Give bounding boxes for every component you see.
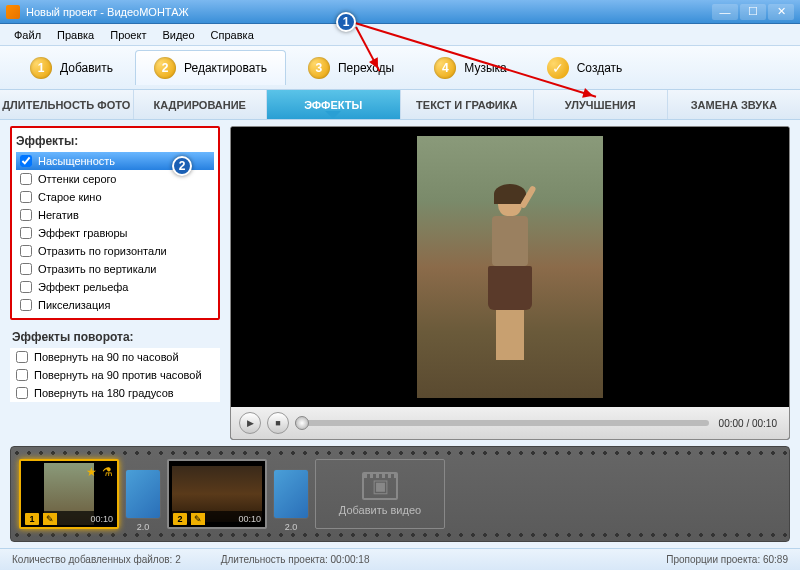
effect-saturation[interactable]: Насыщенность <box>16 152 214 170</box>
effect-negative[interactable]: Негатив <box>16 206 214 224</box>
status-files: Количество добавленных файлов: 2 <box>12 554 181 565</box>
effect-engraving[interactable]: Эффект гравюры <box>16 224 214 242</box>
subtabs-bar: ДЛИТЕЛЬНОСТЬ ФОТО КАДРИРОВАНИЕ ЭФФЕКТЫ Т… <box>0 90 800 120</box>
progress-knob[interactable] <box>295 416 309 430</box>
close-button[interactable]: ✕ <box>768 4 794 20</box>
effect-label: Оттенки серого <box>38 173 116 185</box>
step-1-label: Добавить <box>60 61 113 75</box>
effect-grayscale[interactable]: Оттенки серого <box>16 170 214 188</box>
rotate-90-cw[interactable]: Повернуть на 90 по часовой <box>10 348 220 366</box>
status-duration: Длительность проекта: 00:00:18 <box>221 554 370 565</box>
minimize-button[interactable]: — <box>712 4 738 20</box>
effect-label: Старое кино <box>38 191 102 203</box>
step-edit[interactable]: 2 Редактировать <box>135 50 286 85</box>
effect-checkbox[interactable] <box>20 173 32 185</box>
step-transitions[interactable]: 3 Переходы <box>290 51 412 85</box>
rotate-checkbox[interactable] <box>16 351 28 363</box>
effect-label: Отразить по вертикали <box>38 263 156 275</box>
effect-label: Пикселизация <box>38 299 110 311</box>
step-2-icon: 2 <box>154 57 176 79</box>
rotate-label: Повернуть на 180 градусов <box>34 387 174 399</box>
rotate-180[interactable]: Повернуть на 180 градусов <box>10 384 220 402</box>
effect-flip-v[interactable]: Отразить по вертикали <box>16 260 214 278</box>
window-title: Новый проект - ВидеоМОНТАЖ <box>26 6 189 18</box>
menu-file[interactable]: Файл <box>6 27 49 43</box>
clip-number: 2 <box>173 513 187 525</box>
effects-sidebar: Эффекты: Насыщенность Оттенки серого Ста… <box>10 126 220 440</box>
step-4-icon: 4 <box>434 57 456 79</box>
app-icon <box>6 5 20 19</box>
effect-label: Эффект рельефа <box>38 281 128 293</box>
step-5-label: Создать <box>577 61 623 75</box>
step-1-icon: 1 <box>30 57 52 79</box>
play-button[interactable]: ▶ <box>239 412 261 434</box>
effect-relief[interactable]: Эффект рельефа <box>16 278 214 296</box>
effects-list[interactable]: Насыщенность Оттенки серого Старое кино … <box>16 152 214 314</box>
preview-pane: ▶ ■ 00:00 / 00:10 <box>230 126 790 440</box>
timeline-wrap: ★ ⚗ 1 ✎ 00:10 2.0 2 ✎ 00:10 2.0 <box>0 440 800 548</box>
pencil-icon[interactable]: ✎ <box>43 513 57 525</box>
rotate-checkbox[interactable] <box>16 369 28 381</box>
flask-icon: ⚗ <box>102 465 113 479</box>
statusbar: Количество добавленных файлов: 2 Длитель… <box>0 548 800 570</box>
transition-2[interactable]: 2.0 <box>273 469 309 519</box>
pencil-icon[interactable]: ✎ <box>191 513 205 525</box>
clip-duration: 00:10 <box>238 514 261 524</box>
step-add[interactable]: 1 Добавить <box>12 51 131 85</box>
effect-label: Эффект гравюры <box>38 227 128 239</box>
effect-checkbox[interactable] <box>20 299 32 311</box>
effect-checkbox[interactable] <box>20 227 32 239</box>
effects-box: Эффекты: Насыщенность Оттенки серого Ста… <box>10 126 220 320</box>
effect-checkbox[interactable] <box>20 155 32 167</box>
effect-checkbox[interactable] <box>20 263 32 275</box>
timeline-clip-1[interactable]: ★ ⚗ 1 ✎ 00:10 <box>19 459 119 529</box>
add-video-label: Добавить видео <box>339 504 421 516</box>
effect-checkbox[interactable] <box>20 281 32 293</box>
subtab-crop[interactable]: КАДРИРОВАНИЕ <box>134 90 268 119</box>
step-2-label: Редактировать <box>184 61 267 75</box>
step-check-icon: ✓ <box>547 57 569 79</box>
menu-project[interactable]: Проект <box>102 27 154 43</box>
transition-1[interactable]: 2.0 <box>125 469 161 519</box>
step-music[interactable]: 4 Музыка <box>416 51 524 85</box>
effect-label: Насыщенность <box>38 155 115 167</box>
effect-checkbox[interactable] <box>20 245 32 257</box>
effect-checkbox[interactable] <box>20 209 32 221</box>
subtab-sound[interactable]: ЗАМЕНА ЗВУКА <box>668 90 801 119</box>
status-ratio: Пропорции проекта: 60:89 <box>666 554 788 565</box>
stop-button[interactable]: ■ <box>267 412 289 434</box>
timeline-clip-2[interactable]: 2 ✎ 00:10 <box>167 459 267 529</box>
subtab-text[interactable]: ТЕКСТ И ГРАФИКА <box>401 90 535 119</box>
add-video-button[interactable]: ▣ Добавить видео <box>315 459 445 529</box>
menu-help[interactable]: Справка <box>203 27 262 43</box>
rotate-list: Повернуть на 90 по часовой Повернуть на … <box>10 348 220 402</box>
menu-video[interactable]: Видео <box>154 27 202 43</box>
effect-flip-h[interactable]: Отразить по горизонтали <box>16 242 214 260</box>
time-display: 00:00 / 00:10 <box>715 418 781 429</box>
rotate-label: Повернуть на 90 по часовой <box>34 351 179 363</box>
film-icon: ▣ <box>362 472 398 500</box>
subtab-duration[interactable]: ДЛИТЕЛЬНОСТЬ ФОТО <box>0 90 134 119</box>
rotate-90-ccw[interactable]: Повернуть на 90 против часовой <box>10 366 220 384</box>
effect-label: Отразить по горизонтали <box>38 245 167 257</box>
transition-duration: 2.0 <box>274 522 308 532</box>
maximize-button[interactable]: ☐ <box>740 4 766 20</box>
star-icon: ★ <box>86 465 97 479</box>
transition-duration: 2.0 <box>126 522 160 532</box>
menu-edit[interactable]: Правка <box>49 27 102 43</box>
effect-checkbox[interactable] <box>20 191 32 203</box>
clip-number: 1 <box>25 513 39 525</box>
playback-controls: ▶ ■ 00:00 / 00:10 <box>231 407 789 439</box>
rotate-checkbox[interactable] <box>16 387 28 399</box>
clip-duration: 00:10 <box>90 514 113 524</box>
step-3-label: Переходы <box>338 61 394 75</box>
effect-pixelate[interactable]: Пикселизация <box>16 296 214 314</box>
main-area: Эффекты: Насыщенность Оттенки серого Ста… <box>0 120 800 440</box>
subtab-effects[interactable]: ЭФФЕКТЫ <box>267 90 401 119</box>
timeline[interactable]: ★ ⚗ 1 ✎ 00:10 2.0 2 ✎ 00:10 2.0 <box>10 446 790 542</box>
titlebar: Новый проект - ВидеоМОНТАЖ — ☐ ✕ <box>0 0 800 24</box>
subtab-enhance[interactable]: УЛУЧШЕНИЯ <box>534 90 668 119</box>
video-frame <box>417 136 603 398</box>
progress-bar[interactable] <box>295 420 709 426</box>
effect-old-cinema[interactable]: Старое кино <box>16 188 214 206</box>
